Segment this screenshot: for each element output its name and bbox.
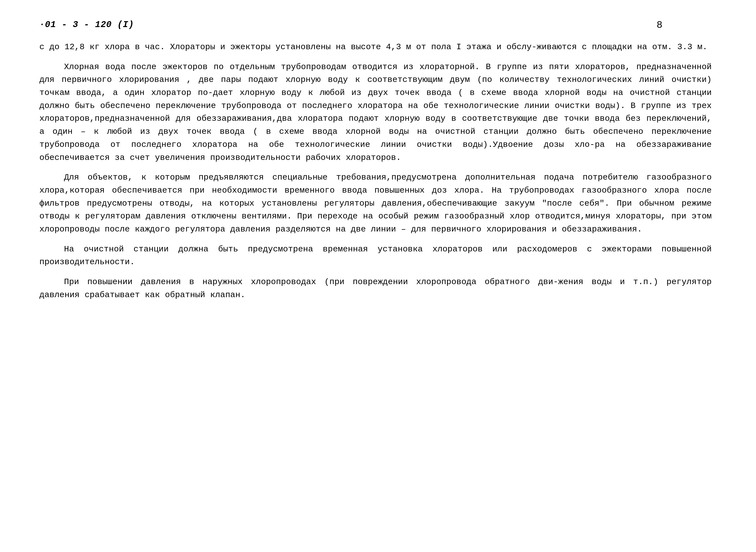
document-code: ·01 - 3 - 120 (I) bbox=[39, 20, 134, 30]
page-header: ·01 - 3 - 120 (I) 8 bbox=[39, 20, 712, 31]
paragraph-1: Хлорная вода после эжекторов по отдельны… bbox=[39, 60, 712, 164]
paragraph-2: Для объектов, к которым предъявляются сп… bbox=[39, 171, 712, 236]
paragraph-3: На очистной станции должна быть предусмо… bbox=[39, 243, 712, 269]
page-number: 8 bbox=[657, 20, 662, 31]
page-content: с до 12,8 кг хлора в час. Хлораторы и эж… bbox=[39, 40, 712, 301]
document-page: ·01 - 3 - 120 (I) 8 с до 12,8 кг хлора в… bbox=[0, 0, 756, 552]
first-line-text: с до 12,8 кг хлора в час. Хлораторы и эж… bbox=[39, 40, 712, 53]
paragraph-4: При повышении давления в наружных хлороп… bbox=[39, 276, 712, 301]
